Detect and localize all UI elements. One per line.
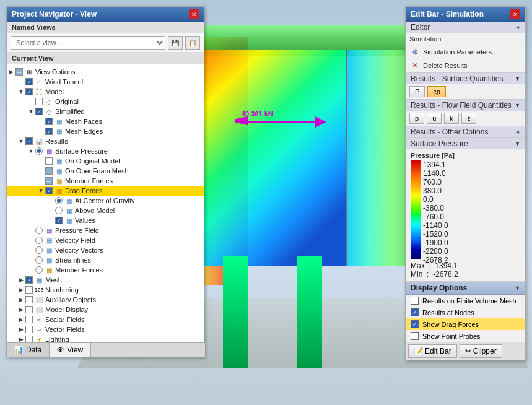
cb-mesh[interactable]: ✓ <box>25 276 33 284</box>
tree-item-values[interactable]: ✓ ▦ Values <box>7 216 204 225</box>
tree-item-original[interactable]: ◇ Original <box>7 97 204 107</box>
radio-member-forces[interactable] <box>35 266 43 274</box>
tree-item-model[interactable]: ▼ ✓ ⛶ Model <box>7 87 204 97</box>
cb-values[interactable]: ✓ <box>55 217 63 224</box>
cb-drag-forces[interactable]: ✓ <box>45 187 53 194</box>
radio-velocity-vectors[interactable] <box>35 246 43 254</box>
tree-item-drag-forces[interactable]: ▼ ✓ ▦ Drag Forces <box>7 186 204 196</box>
clipper-button[interactable]: ✂ Clipper <box>460 344 502 358</box>
expand-auxiliary[interactable]: ▶ <box>17 295 25 304</box>
cb-member-forces-sub[interactable]: — <box>45 177 53 185</box>
tree-item-on-openfoam[interactable]: — ▦ On OpenFoam Mesh <box>7 166 204 176</box>
color-bar <box>411 160 421 259</box>
cb-wind-tunnel[interactable]: ✓ <box>25 78 33 85</box>
expand-results[interactable]: ▼ <box>17 137 25 146</box>
do-item-point-probes[interactable]: Show Point Probes <box>406 330 525 342</box>
delete-results-item[interactable]: ✕ Delete Results <box>406 59 525 72</box>
radio-streamlines[interactable] <box>35 256 43 264</box>
cb-original[interactable] <box>35 98 43 105</box>
view-save-button[interactable]: 💾 <box>168 36 183 50</box>
tree-item-numbering[interactable]: ▶ 123 Numbering <box>7 285 204 295</box>
tree-item-simplified[interactable]: ▼ ✓ ◇ Simplified <box>7 107 204 116</box>
tree-item-velocity-field[interactable]: ▦ Velocity Field <box>7 235 204 245</box>
expand-drag-forces[interactable]: ▼ <box>37 186 45 195</box>
tree-item-pressure-field[interactable]: ▦ Pressure Field <box>7 225 204 235</box>
view-manage-button[interactable]: 📋 <box>185 36 200 50</box>
tree-item-member-forces-sub[interactable]: — ▦ Member Forces <box>7 176 204 186</box>
cb-vector-fields[interactable] <box>25 326 33 333</box>
cb-scalar-fields[interactable] <box>25 316 33 323</box>
radio-pressure-field[interactable] <box>35 227 43 234</box>
right-panel-close-button[interactable]: ✕ <box>510 9 520 19</box>
do-cb-point-probes[interactable] <box>411 332 419 340</box>
radio-above-model[interactable] <box>55 207 63 214</box>
expand-simplified[interactable]: ▼ <box>27 107 35 116</box>
cb-mesh-edges[interactable]: ✓ <box>45 128 53 135</box>
expand-on-openfoam <box>37 167 45 175</box>
expand-vector-fields[interactable]: ▶ <box>17 325 25 334</box>
tree-item-view-options[interactable]: ▶ — ⊞ View Options <box>7 67 204 77</box>
tree-item-mesh-edges[interactable]: ✓ ▦ Mesh Edges <box>7 126 204 136</box>
do-cb-nodes[interactable]: ✓ <box>411 308 419 316</box>
cb-view-options[interactable]: — <box>15 68 23 76</box>
cb-simplified[interactable]: ✓ <box>35 108 43 115</box>
radio-surface-pressure[interactable] <box>35 147 43 155</box>
ff-btn-e[interactable]: ε <box>461 113 476 124</box>
sq-btn-P[interactable]: P <box>409 86 425 97</box>
tab-view[interactable]: 👁 View <box>50 343 91 357</box>
label-streamlines: Streamlines <box>55 256 91 264</box>
sq-btn-cp[interactable]: cp <box>427 86 446 97</box>
cb-on-original[interactable] <box>45 157 53 165</box>
tree-item-mesh[interactable]: ▶ ✓ ▦ Mesh <box>7 275 204 285</box>
tree-item-surface-pressure[interactable]: ▼ ▦ Surface Pressure <box>7 146 204 156</box>
tree-item-streamlines[interactable]: ▦ Streamlines <box>7 255 204 265</box>
ff-btn-p[interactable]: p <box>409 113 424 124</box>
do-cb-drag-forces[interactable]: ✓ <box>411 320 419 328</box>
tree-item-member-forces[interactable]: ▦ Member Forces <box>7 265 204 275</box>
tree-item-velocity-vectors[interactable]: ▦ Velocity Vectors <box>7 245 204 255</box>
tree-item-auxiliary[interactable]: ▶ ⬜ Auxiliary Objects <box>7 295 204 305</box>
surface-pressure-label: Surface Pressure <box>411 139 468 148</box>
tree-item-results[interactable]: ▼ ✓ 📊 Results <box>7 136 204 146</box>
tree-item-above-model[interactable]: ▦ Above Model <box>7 206 204 216</box>
cb-results[interactable]: ✓ <box>25 137 33 145</box>
expand-mesh[interactable]: ▶ <box>17 276 25 284</box>
cb-on-openfoam[interactable]: — <box>45 167 53 175</box>
tab-data[interactable]: 📊 Data <box>7 343 50 357</box>
cb-mesh-faces[interactable]: ✓ <box>45 118 53 125</box>
tree-item-wind-tunnel[interactable]: ✓ ⌂ Wind Tunnel <box>7 77 204 87</box>
tree-item-on-original[interactable]: ▦ On Original Model <box>7 156 204 166</box>
tree-item-model-display[interactable]: ▶ ⬜ Model Display <box>7 305 204 315</box>
ff-btn-k[interactable]: k <box>444 113 459 124</box>
do-item-drag-forces[interactable]: ✓ Show Drag Forces <box>406 318 525 330</box>
expand-model-display[interactable]: ▶ <box>17 305 25 314</box>
sim-params-item[interactable]: ⚙ Simulation Parameters... <box>406 45 525 59</box>
do-item-fvm[interactable]: Results on Finite Volume Mesh <box>406 295 525 307</box>
do-item-nodes[interactable]: ✓ Results at Nodes <box>406 307 525 318</box>
radio-at-center[interactable] <box>55 197 63 204</box>
cb-model-display[interactable] <box>25 306 33 313</box>
tree-item-mesh-faces[interactable]: ✓ ▦ Mesh Faces <box>7 116 204 126</box>
expand-model[interactable]: ▼ <box>17 87 25 96</box>
ff-btn-u[interactable]: u <box>427 113 442 124</box>
expand-numbering[interactable]: ▶ <box>17 285 25 294</box>
do-cb-fvm[interactable] <box>411 297 419 305</box>
tree-item-vector-fields[interactable]: ▶ → Vector Fields <box>7 324 204 334</box>
expand-view-options[interactable]: ▶ <box>7 68 15 76</box>
edit-bar-button[interactable]: 📝 Edit Bar <box>408 344 457 358</box>
expand-scalar-fields[interactable]: ▶ <box>17 315 25 324</box>
tree-item-scalar-fields[interactable]: ▶ ≈ Scalar Fields <box>7 315 204 324</box>
expand-surface-pressure[interactable]: ▼ <box>27 147 35 155</box>
pressure-labels: 1394.1 1140.0 760.0 380.0 0.0 -380.0 -76… <box>423 160 448 259</box>
cb-auxiliary[interactable] <box>25 296 33 303</box>
editor-section-header[interactable]: Editor <box>406 22 525 33</box>
radio-velocity-field[interactable] <box>35 237 43 244</box>
cb-numbering[interactable] <box>25 286 33 294</box>
tree-item-at-center[interactable]: ▦ At Center of Gravity <box>7 196 204 206</box>
left-panel-close-button[interactable]: ✕ <box>189 9 199 19</box>
current-view-header: Current View <box>7 53 204 64</box>
view-select[interactable]: Select a view... <box>11 36 165 50</box>
cb-model[interactable]: ✓ <box>25 88 33 95</box>
results-other-header[interactable]: Results - Other Options <box>406 126 525 137</box>
edit-bar-icon: 📝 <box>414 347 423 355</box>
